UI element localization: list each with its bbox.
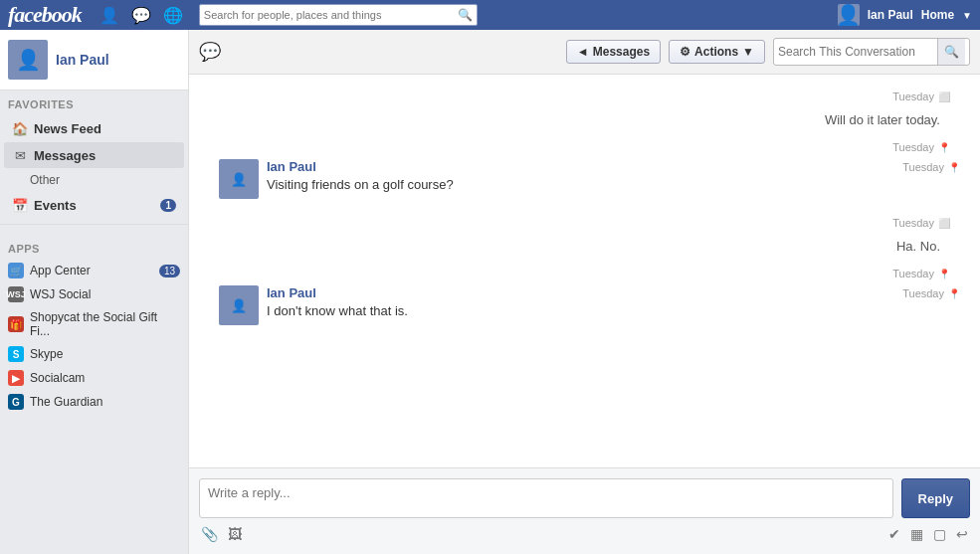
wsj-label: WSJ Social bbox=[30, 287, 91, 301]
msg2-avatar: 👤 bbox=[219, 285, 259, 325]
their-msg2-text: Ha. No. bbox=[896, 239, 940, 254]
apps-header: APPS bbox=[0, 235, 188, 259]
message-header: 💬 ◄ Messages ⚙ Actions ▼ 🔍 bbox=[189, 30, 980, 75]
nav-icons: 👤 💬 🌐 bbox=[96, 4, 187, 27]
app-item-guardian[interactable]: G The Guardian bbox=[0, 390, 188, 414]
messages-area: Tuesday ⬜ Will do it later today. Tuesda… bbox=[189, 75, 980, 467]
msg2-content: Ian Paul Tuesday 📍 I don't know what tha… bbox=[267, 285, 960, 320]
news-feed-icon: 🏠 bbox=[12, 120, 28, 136]
messages-nav-icon: ✉ bbox=[12, 147, 28, 163]
app-item-socialcam[interactable]: ▶ Socialcam bbox=[0, 366, 188, 390]
conversation-search-input[interactable] bbox=[778, 45, 937, 59]
msg2-text: I don't know what that is. bbox=[267, 302, 960, 320]
sidebar-item-events[interactable]: 📅 Events 1 bbox=[4, 192, 184, 218]
reply-input-row: Reply bbox=[199, 478, 970, 518]
msg1-content: Ian Paul Tuesday 📍 Visiting friends on a… bbox=[267, 159, 960, 194]
app-item-wsj[interactable]: WSJ WSJ Social bbox=[0, 282, 188, 306]
events-icon: 📅 bbox=[12, 197, 28, 213]
home-link[interactable]: Home bbox=[921, 8, 954, 22]
box-icon[interactable]: ▢ bbox=[931, 524, 948, 544]
actions-button[interactable]: ⚙ Actions ▼ bbox=[669, 40, 765, 64]
reply-box: Reply 📎 🖼 ✔ ▦ ▢ ↩ bbox=[189, 467, 980, 554]
socialcam-icon: ▶ bbox=[8, 370, 24, 386]
facebook-logo: facebook bbox=[8, 2, 82, 28]
top-navigation: facebook 👤 💬 🌐 🔍 👤 Ian Paul Home ▼ bbox=[0, 0, 980, 30]
my-message-1: 👤 Ian Paul Tuesday 📍 Visiting friends on… bbox=[209, 159, 960, 199]
msg1-location-icon: 📍 bbox=[948, 162, 960, 173]
messages-nav-label: Messages bbox=[34, 148, 96, 163]
app-center-icon: 🛒 bbox=[8, 263, 24, 278]
actions-btn-label: Actions bbox=[694, 45, 738, 59]
actions-gear-icon: ⚙ bbox=[680, 45, 690, 59]
grid-icon[interactable]: ▦ bbox=[908, 524, 925, 544]
global-search-bar[interactable]: 🔍 bbox=[199, 4, 478, 26]
my-message-2: 👤 Ian Paul Tuesday 📍 I don't know what t… bbox=[209, 285, 960, 325]
global-search-input[interactable] bbox=[204, 9, 458, 21]
main-content: 💬 ◄ Messages ⚙ Actions ▼ 🔍 Tuesday ⬜ bbox=[189, 30, 980, 554]
message-header-icon: 💬 bbox=[199, 41, 221, 63]
reply-textarea[interactable] bbox=[199, 478, 893, 518]
friends-icon[interactable]: 👤 bbox=[96, 4, 123, 27]
favorites-header: FAVORITES bbox=[0, 91, 188, 114]
actions-dropdown-icon: ▼ bbox=[742, 45, 754, 59]
global-search-button[interactable]: 🔍 bbox=[458, 8, 473, 22]
msg2-sender[interactable]: Ian Paul bbox=[267, 285, 316, 300]
msg1-sender[interactable]: Ian Paul bbox=[267, 159, 316, 174]
news-feed-label: News Feed bbox=[34, 121, 101, 136]
reply-toolbar: 📎 🖼 ✔ ▦ ▢ ↩ bbox=[199, 524, 970, 544]
sidebar: 👤 Ian Paul FAVORITES 🏠 News Feed ✉ Messa… bbox=[0, 30, 189, 554]
sidebar-divider bbox=[0, 224, 188, 225]
shopycat-label: Shopycat the Social Gift Fi... bbox=[30, 310, 180, 338]
msg1-sender-row: Ian Paul Tuesday 📍 bbox=[267, 159, 960, 174]
apps-section: APPS 🛒 App Center 13 WSJ WSJ Social 🎁 Sh… bbox=[0, 231, 188, 414]
sidebar-user-profile[interactable]: 👤 Ian Paul bbox=[0, 30, 188, 91]
right-navigation: 👤 Ian Paul Home ▼ bbox=[838, 4, 972, 26]
other-label: Other bbox=[30, 173, 60, 187]
attach-icon[interactable]: 📎 bbox=[199, 524, 220, 544]
date-separator-2: Tuesday 📍 bbox=[209, 135, 960, 159]
events-label: Events bbox=[34, 198, 77, 213]
messages-button[interactable]: ◄ Messages bbox=[566, 40, 661, 64]
their-message-1: Will do it later today. bbox=[209, 108, 950, 135]
msg2-location-icon: 📍 bbox=[948, 288, 960, 299]
user-name-label[interactable]: Ian Paul bbox=[868, 8, 913, 22]
sep2-icon: 📍 bbox=[938, 142, 950, 153]
wsj-icon: WSJ bbox=[8, 286, 24, 302]
date-separator-4: Tuesday 📍 bbox=[209, 262, 960, 285]
checkmark-icon[interactable]: ✔ bbox=[886, 524, 902, 544]
messages-btn-arrow: ◄ bbox=[577, 45, 589, 59]
sep1-time: Tuesday bbox=[892, 91, 934, 102]
sep4-time: Tuesday bbox=[892, 268, 934, 279]
app-item-app-center[interactable]: 🛒 App Center 13 bbox=[0, 259, 188, 282]
their-message-2: Ha. No. bbox=[209, 235, 950, 262]
app-item-skype[interactable]: S Skype bbox=[0, 342, 188, 366]
socialcam-label: Socialcam bbox=[30, 371, 85, 385]
image-icon[interactable]: 🖼 bbox=[226, 524, 244, 544]
home-dropdown-icon[interactable]: ▼ bbox=[962, 10, 972, 21]
user-avatar[interactable]: 👤 bbox=[838, 4, 860, 26]
shopycat-icon: 🎁 bbox=[8, 316, 24, 332]
sidebar-subitem-other[interactable]: Other bbox=[0, 169, 188, 191]
conversation-search[interactable]: 🔍 bbox=[773, 38, 970, 66]
date-separator-3: Tuesday ⬜ bbox=[209, 211, 960, 235]
sep3-time: Tuesday bbox=[892, 217, 934, 229]
msg1-time: Tuesday 📍 bbox=[902, 161, 960, 173]
messages-icon[interactable]: 💬 bbox=[127, 4, 155, 27]
sidebar-item-messages[interactable]: ✉ Messages bbox=[4, 142, 184, 168]
sidebar-item-news-feed[interactable]: 🏠 News Feed bbox=[4, 115, 184, 141]
enter-icon[interactable]: ↩ bbox=[954, 524, 970, 544]
sidebar-avatar: 👤 bbox=[8, 40, 48, 80]
msg2-sender-row: Ian Paul Tuesday 📍 bbox=[267, 285, 960, 300]
conversation-search-button[interactable]: 🔍 bbox=[937, 39, 965, 65]
sep3-icon: ⬜ bbox=[938, 218, 950, 229]
app-item-shopycat[interactable]: 🎁 Shopycat the Social Gift Fi... bbox=[0, 306, 188, 342]
sep4-icon: 📍 bbox=[938, 269, 950, 279]
reply-button[interactable]: Reply bbox=[901, 478, 970, 518]
msg1-avatar: 👤 bbox=[219, 159, 259, 199]
sep1-icon: ⬜ bbox=[938, 92, 950, 102]
msg1-text: Visiting friends on a golf course? bbox=[267, 176, 960, 194]
app-center-badge: 13 bbox=[159, 265, 180, 277]
guardian-icon: G bbox=[8, 394, 24, 410]
notifications-icon[interactable]: 🌐 bbox=[159, 4, 187, 27]
their-msg1-text: Will do it later today. bbox=[825, 112, 940, 127]
